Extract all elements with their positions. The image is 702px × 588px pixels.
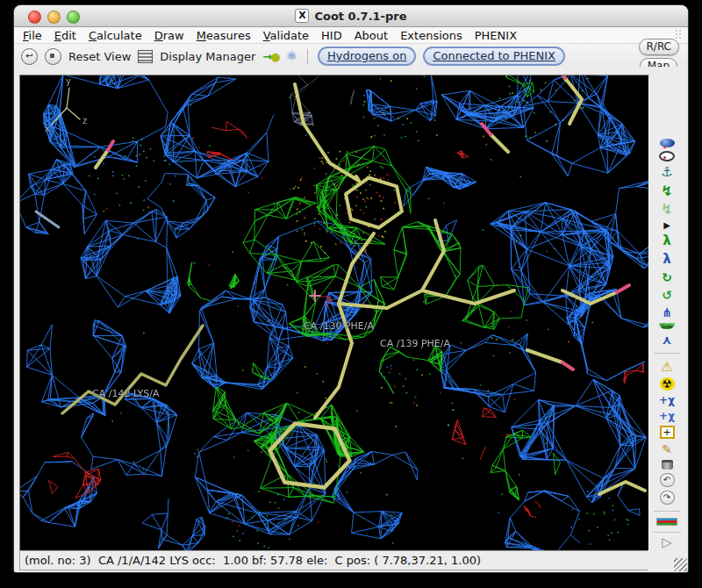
reset-view-button[interactable]: Reset View (68, 50, 131, 63)
simple-mutate-icon[interactable]: ☢ (660, 377, 675, 391)
phenix-connection-button[interactable]: Connected to PHENIX (423, 47, 565, 66)
display-manager-button[interactable]: Display Manager (160, 50, 255, 63)
rotamers-icon[interactable]: λ (658, 252, 676, 267)
window-title: Coot 0.7.1-pre (314, 10, 406, 23)
fixed-atoms-icon[interactable]: ▶ (658, 220, 676, 230)
status-text: (mol. no: 3) CA /1/A/142 LYS occ: 1.00 b… (25, 554, 481, 567)
side-chain-180-icon[interactable]: Side (659, 323, 675, 329)
menu-validate[interactable]: Validate (263, 29, 309, 42)
rrc-button[interactable]: R/RC (639, 39, 680, 55)
modelling-toolbar: ⚓↯↯▶λλ↻↺⋔Side⋏⚠☢+χ+χ+✎↶↷ (649, 139, 684, 526)
menu-hid[interactable]: HID (321, 29, 342, 42)
close-button[interactable] (28, 11, 41, 24)
menu-file[interactable]: File (23, 29, 42, 42)
flip-peptide-icon[interactable]: ⋔ (658, 305, 676, 319)
edit-chi-angles-icon[interactable]: ↻ (658, 270, 676, 284)
menu-about[interactable]: About (355, 29, 388, 42)
mutate-icon[interactable]: ⚠ (658, 359, 676, 374)
hydrogens-toggle-button[interactable]: Hydrogens on (318, 47, 416, 66)
molecular-scene-canvas[interactable] (20, 75, 648, 550)
undo-icon[interactable]: ↶ (660, 473, 675, 487)
menu-extensions[interactable]: Extensions (400, 29, 462, 42)
brush-icon[interactable]: ✎ (658, 442, 676, 456)
view-back-icon[interactable]: ↩ (21, 48, 38, 65)
keyboard-flag-icon[interactable] (656, 518, 677, 526)
right-toolbar-separator (653, 532, 681, 533)
jed-flip-icon[interactable]: ⋏ (658, 333, 676, 347)
view-sphere-icon[interactable] (660, 139, 675, 147)
anchor-icon[interactable]: ⚓ (658, 165, 676, 180)
recentre-icon[interactable] (659, 151, 675, 161)
place-atom-icon[interactable]: + (660, 426, 675, 439)
run-icon[interactable]: ▷ (662, 536, 672, 549)
toolbar-separator (307, 49, 308, 64)
zoom-button[interactable] (67, 11, 80, 24)
minimize-button[interactable] (47, 11, 61, 24)
gl-viewport[interactable]: CA /130 PHE/ACA /139 PHE/ACA /142 LYS/A (19, 75, 649, 551)
atom-label: CA /139 PHE/A (380, 338, 450, 349)
view-target-icon[interactable] (45, 48, 61, 65)
main-area: CA /130 PHE/ACA /139 PHE/ACA /142 LYS/A … (14, 67, 688, 552)
title-bar[interactable]: X Coot 0.7.1-pre (14, 5, 688, 27)
resize-grip[interactable] (674, 558, 687, 571)
regularize-zone-icon[interactable]: ↯ (658, 202, 676, 217)
menu-measures[interactable]: Measures (197, 29, 251, 42)
toolbar: ↩ Reset View Display Manager →● ⚛ Hydrog… (14, 44, 688, 69)
refine-zone-icon[interactable]: ↯ (658, 183, 676, 198)
status-bar: (mol. no: 3) CA /1/A/142 LYS occ: 1.00 b… (19, 550, 648, 570)
menu-calculate[interactable]: Calculate (89, 29, 142, 42)
menu-edit[interactable]: Edit (54, 29, 76, 42)
atom-label: CA /142 LYS/A (92, 388, 160, 399)
x11-icon: X (295, 9, 309, 23)
goto-atom-icon[interactable]: →● (262, 50, 278, 63)
app-window: X Coot 0.7.1-pre FileEditCalculateDrawMe… (14, 5, 688, 572)
toolbar-separator (654, 353, 680, 354)
goto-ligand-icon[interactable]: ⚛ (286, 48, 297, 64)
display-manager-icon[interactable] (138, 50, 153, 63)
add-alt-conf-icon[interactable]: +χ (658, 410, 676, 422)
toolbar-separator (654, 511, 680, 512)
menu-bar: FileEditCalculateDrawMeasuresValidateHID… (14, 27, 688, 44)
redo-icon[interactable]: ↷ (660, 491, 675, 505)
auto-fit-rotamer-icon[interactable]: λ (658, 233, 676, 248)
delete-item-icon[interactable] (662, 460, 673, 470)
atom-label: CA /130 PHE/A (304, 320, 374, 332)
menu-phenix[interactable]: PHENIX (475, 29, 517, 42)
menu-draw[interactable]: Draw (154, 29, 184, 42)
drag-grip-icon[interactable] (676, 30, 683, 40)
torsion-general-icon[interactable]: ↺ (658, 288, 676, 302)
add-terminal-residue-icon[interactable]: +χ (658, 394, 676, 406)
